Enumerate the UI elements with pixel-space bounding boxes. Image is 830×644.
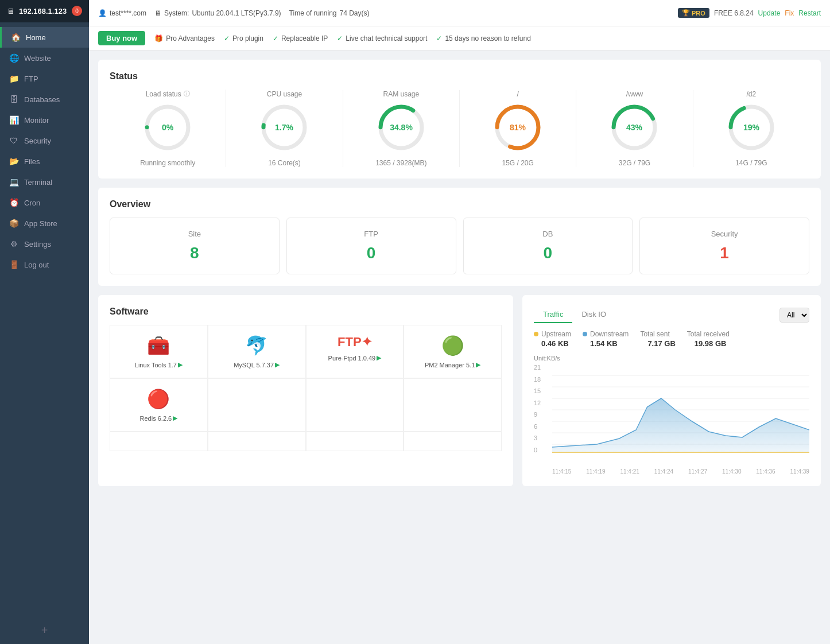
- topbar-user: 👤 test****.com: [98, 9, 146, 17]
- topbar-right: 🏆 PRO FREE 6.8.24 Update Fix Restart: [678, 8, 821, 18]
- arrow-icon: ▶: [476, 361, 480, 368]
- traffic-tab-traffic[interactable]: Traffic: [534, 307, 572, 323]
- overview-card-value: 8: [122, 244, 267, 262]
- chart-inner: [552, 364, 809, 467]
- buy-now-button[interactable]: Buy now: [98, 31, 145, 45]
- software-item[interactable]: 🟢PM2 Manager 5.1▶: [404, 325, 502, 378]
- overview-card[interactable]: FTP 0: [286, 218, 456, 274]
- software-item[interactable]: 🔴Redis 6.2.6▶: [110, 378, 208, 432]
- sidebar-item-website[interactable]: 🌐 Website: [0, 48, 89, 68]
- sidebar-item-appstore-label: App Store: [24, 219, 57, 228]
- chart-x-labels: 11:4:1511:4:1911:4:2111:4:2411:4:2711:4:…: [552, 468, 809, 475]
- gauge-item: CPU usage 1.7% 16 Core(s): [226, 90, 343, 167]
- software-section: Software 🧰Linux Tools 1.7▶🐬MySQL 5.7.37▶…: [98, 295, 513, 486]
- ftp-software-icon: FTP✦: [338, 335, 372, 350]
- gauge-label: /d2: [746, 90, 756, 98]
- svg-text:0%: 0%: [162, 123, 174, 132]
- settings-icon: ⚙: [9, 239, 18, 249]
- software-empty-slot: [110, 432, 208, 451]
- x-label: 11:4:19: [586, 468, 605, 475]
- fix-link[interactable]: Fix: [785, 9, 794, 17]
- overview-card-value: 0: [475, 244, 621, 262]
- topbar: 👤 test****.com 🖥 System: Ubuntu 20.04.1 …: [89, 0, 830, 26]
- overview-card[interactable]: Site 8: [110, 218, 280, 274]
- overview-card-title: DB: [475, 230, 621, 238]
- terminal-icon: 💻: [9, 177, 18, 187]
- check-icon-2: ✓: [273, 34, 278, 42]
- sidebar-item-cron[interactable]: ⏰ Cron: [0, 192, 89, 213]
- promo-item-plugin: ✓ Pro plugin: [224, 34, 263, 42]
- gauge-label: /: [517, 90, 518, 98]
- software-name: MySQL 5.7.37▶: [234, 361, 280, 368]
- traffic-chart-svg: [552, 364, 809, 453]
- sidebar-item-databases[interactable]: 🗄 Databases: [0, 89, 89, 110]
- y-label: 9: [534, 411, 550, 418]
- overview-card[interactable]: Security 1: [639, 218, 809, 274]
- stat-value: 7.17 GB: [640, 339, 675, 348]
- sidebar-item-logout[interactable]: 🚪 Log out: [0, 254, 89, 275]
- software-icon: 🧰: [147, 335, 170, 356]
- sidebar-item-security[interactable]: 🛡 Security: [0, 130, 89, 151]
- sidebar-nav: 🏠 Home 🌐 Website 📁 FTP 🗄 Databases 📊 Mon…: [0, 22, 89, 617]
- software-item[interactable]: 🐬MySQL 5.7.37▶: [208, 325, 306, 378]
- monitor-nav-icon: 📊: [9, 115, 18, 125]
- traffic-tab-diskio[interactable]: Disk IO: [572, 307, 615, 323]
- sidebar-item-files-label: Files: [24, 157, 40, 166]
- sidebar-item-logout-label: Log out: [24, 261, 49, 269]
- shield-icon: 🛡: [9, 136, 18, 145]
- sidebar-item-settings[interactable]: ⚙ Settings: [0, 234, 89, 254]
- traffic-stats: Upstream 0.46 KBDownstream 1.54 KBTotal …: [534, 330, 809, 348]
- stat-dot: [583, 332, 587, 336]
- chart-y-labels: 211815129630: [534, 364, 550, 453]
- x-label: 11:4:27: [688, 468, 707, 475]
- sidebar-item-terminal[interactable]: 💻 Terminal: [0, 172, 89, 192]
- arrow-icon: ▶: [377, 354, 381, 362]
- sidebar-item-ftp[interactable]: 📁 FTP: [0, 68, 89, 89]
- sidebar-item-monitor-label: Monitor: [24, 116, 49, 125]
- traffic-stat: Upstream 0.46 KB: [534, 330, 571, 348]
- sidebar-item-ftp-label: FTP: [24, 75, 38, 83]
- gauge-sub: 15G / 20G: [502, 159, 533, 167]
- gauge-svg: 19%: [726, 102, 777, 153]
- version-label: FREE 6.8.24: [714, 9, 754, 17]
- promo-item-livechat: ✓ Live chat technical support: [337, 34, 427, 42]
- traffic-stat: Total sent 7.17 GB: [640, 330, 675, 348]
- chart-unit: Unit:KB/s: [534, 355, 809, 362]
- sidebar-item-monitor[interactable]: 📊 Monitor: [0, 110, 89, 130]
- home-icon: 🏠: [11, 33, 20, 42]
- y-label: 0: [534, 447, 550, 453]
- software-grid: 🧰Linux Tools 1.7▶🐬MySQL 5.7.37▶FTP✦Pure-…: [110, 325, 502, 451]
- traffic-select[interactable]: All: [779, 308, 809, 323]
- sidebar-item-home[interactable]: 🏠 Home: [0, 27, 89, 48]
- software-item[interactable]: 🧰Linux Tools 1.7▶: [110, 325, 208, 378]
- website-icon: 🌐: [9, 53, 18, 63]
- update-link[interactable]: Update: [758, 9, 781, 17]
- restart-link[interactable]: Restart: [798, 9, 821, 17]
- arrow-icon: ▶: [173, 414, 177, 422]
- gauge-svg: 1.7%: [258, 102, 310, 153]
- gauge-item: /d2 19% 14G / 79G: [693, 90, 809, 167]
- monitor-icon: 🖥: [7, 7, 14, 15]
- traffic-stat: Downstream 1.54 KB: [583, 330, 629, 348]
- software-empty-slot: [306, 378, 404, 432]
- y-label: 12: [534, 399, 550, 406]
- add-button[interactable]: +: [0, 617, 89, 644]
- gauge-label: Load status ⓘ: [146, 90, 190, 98]
- sidebar-header: 🖥 192.168.1.123 0: [0, 0, 89, 22]
- overview-card[interactable]: DB 0: [463, 218, 633, 274]
- sidebar-item-files[interactable]: 📂 Files: [0, 151, 89, 172]
- status-section: Status Load status ⓘ 0% Running smoothly…: [98, 60, 821, 179]
- overview-card-title: Security: [651, 230, 797, 238]
- check-icon-3: ✓: [337, 34, 343, 42]
- main-area: 👤 test****.com 🖥 System: Ubuntu 20.04.1 …: [89, 0, 830, 644]
- sidebar-item-terminal-label: Terminal: [24, 178, 52, 187]
- sidebar-item-appstore[interactable]: 📦 App Store: [0, 213, 89, 234]
- gauge-item: RAM usage 34.8% 1365 / 3928(MB): [343, 90, 460, 167]
- software-empty-slot: [306, 432, 404, 451]
- content-area: Status Load status ⓘ 0% Running smoothly…: [89, 51, 830, 644]
- svg-text:81%: 81%: [510, 123, 526, 132]
- gauge-sub: 16 Core(s): [268, 159, 301, 167]
- software-item[interactable]: FTP✦Pure-Ftpd 1.0.49▶: [306, 325, 404, 378]
- overview-card-title: Site: [122, 230, 267, 238]
- software-title: Software: [110, 307, 502, 317]
